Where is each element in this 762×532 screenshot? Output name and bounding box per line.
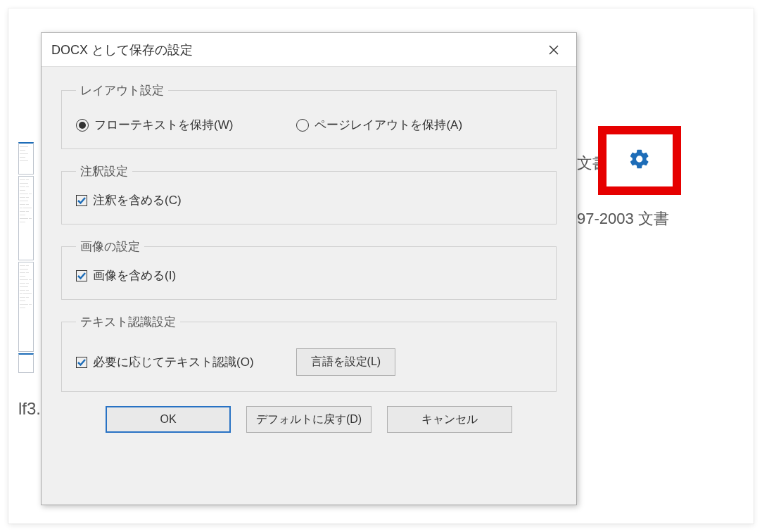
bg-label-doc-legacy: 97-2003 文書 xyxy=(577,208,669,229)
thumb-page: ――― ―― ――― ―― ――― xyxy=(18,142,34,175)
checkbox-icon xyxy=(76,270,87,281)
images-legend: 画像の設定 xyxy=(76,239,144,255)
thumb-page: ―― ― ――― ―― ― ―― ――― ― ―― ― ――― ―― ― ― ―… xyxy=(18,176,34,260)
gear-icon[interactable] xyxy=(628,148,651,173)
radio-icon xyxy=(76,119,89,132)
comments-legend: 注釈設定 xyxy=(76,163,132,179)
close-icon xyxy=(549,45,559,55)
thumb-page: ―― ― ――― ―― ― ―― ――― ― ―― ― ――― ―― ― ― ―… xyxy=(18,262,34,352)
check-ocr[interactable]: 必要に応じてテキスト認識(O) xyxy=(76,354,254,370)
close-button[interactable] xyxy=(541,37,566,63)
radio-icon xyxy=(296,119,309,132)
dialog-body: レイアウト設定 フローテキストを保持(W) ページレイアウトを保持(A) 注釈設… xyxy=(42,67,576,444)
checkbox-label: 注釈を含める(C) xyxy=(93,192,182,208)
checkbox-label: 画像を含める(I) xyxy=(93,267,176,284)
radio-label: ページレイアウトを保持(A) xyxy=(315,117,462,133)
dialog-title: DOCX として保存の設定 xyxy=(51,42,193,58)
ok-button[interactable]: OK xyxy=(106,406,231,433)
dialog-button-row: OK デフォルトに戻す(D) キャンセル xyxy=(61,406,557,433)
radio-flow-text[interactable]: フローテキストを保持(W) xyxy=(76,117,233,133)
cancel-button[interactable]: キャンセル xyxy=(387,406,512,433)
ocr-legend: テキスト認識設定 xyxy=(76,314,180,330)
layout-legend: レイアウト設定 xyxy=(76,82,168,99)
check-include-comments[interactable]: 注釈を含める(C) xyxy=(76,192,542,208)
ocr-settings-group: テキスト認識設定 必要に応じてテキスト認識(O) 言語を設定(L) xyxy=(61,314,557,392)
images-settings-group: 画像の設定 画像を含める(I) xyxy=(61,239,557,300)
checkbox-label: 必要に応じてテキスト認識(O) xyxy=(93,354,254,370)
radio-label: フローテキストを保持(W) xyxy=(94,117,233,133)
checkbox-icon xyxy=(76,357,87,368)
set-language-button[interactable]: 言語を設定(L) xyxy=(296,348,396,376)
radio-page-layout[interactable]: ページレイアウトを保持(A) xyxy=(296,117,462,133)
thumb-page xyxy=(18,353,34,373)
layout-settings-group: レイアウト設定 フローテキストを保持(W) ページレイアウトを保持(A) xyxy=(61,82,557,149)
defaults-button[interactable]: デフォルトに戻す(D) xyxy=(246,406,372,433)
dialog-titlebar: DOCX として保存の設定 xyxy=(42,33,576,67)
docx-save-settings-dialog: DOCX として保存の設定 レイアウト設定 フローテキストを保持(W) ページレ… xyxy=(41,32,577,505)
checkbox-icon xyxy=(76,195,87,206)
bg-label-file: lf3. xyxy=(18,399,41,419)
app-background: ――― ―― ――― ―― ――― ―― ― ――― ―― ― ―― ――― ―… xyxy=(8,8,754,524)
comments-settings-group: 注釈設定 注釈を含める(C) xyxy=(61,163,557,224)
check-include-images[interactable]: 画像を含める(I) xyxy=(76,267,542,284)
highlight-box xyxy=(598,126,681,195)
